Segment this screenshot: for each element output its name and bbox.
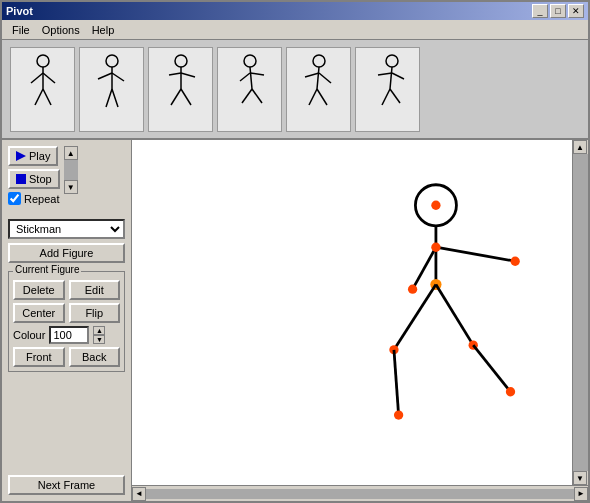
scroll-down-arrow[interactable]: ▼ (64, 180, 78, 194)
edit-button[interactable]: Edit (69, 280, 121, 300)
frame-1[interactable] (10, 47, 75, 132)
joint-left-elbow[interactable] (408, 285, 417, 294)
stickman-right-upper-arm (436, 247, 515, 261)
playback-controls: Play Stop Repeat ▲ (8, 146, 125, 205)
svg-point-0 (37, 55, 49, 67)
scroll-bottom-left[interactable]: ◄ (132, 487, 146, 501)
svg-point-24 (313, 55, 325, 67)
joint-shoulder[interactable] (431, 243, 440, 252)
svg-line-20 (240, 73, 250, 81)
scroll-bottom-track (146, 489, 574, 499)
add-figure-button[interactable]: Add Figure (8, 243, 125, 263)
menu-help[interactable]: Help (86, 22, 121, 38)
center-flip-row: Center Flip (13, 303, 120, 323)
close-button[interactable]: ✕ (568, 4, 584, 18)
scroll-right-up[interactable]: ▲ (573, 140, 587, 154)
svg-point-6 (106, 55, 118, 67)
menu-file[interactable]: File (6, 22, 36, 38)
colour-label: Colour (13, 329, 45, 341)
colour-input[interactable] (49, 326, 89, 344)
repeat-label: Repeat (24, 193, 59, 205)
colour-down[interactable]: ▼ (93, 335, 105, 344)
current-figure-section: Current Figure Delete Edit Center Flip C… (8, 271, 125, 372)
stop-button[interactable]: Stop (8, 169, 60, 189)
svg-point-30 (386, 55, 398, 67)
minimize-button[interactable]: _ (532, 4, 548, 18)
flip-button[interactable]: Flip (69, 303, 121, 323)
joint-right-foot[interactable] (506, 387, 515, 396)
title-bar-buttons: _ □ ✕ (532, 4, 584, 18)
joint-right-elbow[interactable] (511, 257, 520, 266)
svg-line-23 (252, 89, 262, 103)
bottom-scrollbar: ◄ ► (132, 485, 588, 501)
frame-4[interactable] (217, 47, 282, 132)
front-back-row: Front Back (13, 347, 120, 367)
svg-line-8 (98, 73, 112, 79)
play-button[interactable]: Play (8, 146, 58, 166)
right-scrollbar: ▲ ▼ (572, 140, 588, 485)
svg-line-9 (112, 73, 124, 81)
svg-line-4 (35, 89, 43, 105)
svg-line-16 (171, 89, 181, 105)
frame-5[interactable] (286, 47, 351, 132)
menu-bar: File Options Help (2, 20, 588, 40)
svg-line-21 (250, 73, 264, 75)
repeat-row: Repeat (8, 192, 60, 205)
menu-options[interactable]: Options (36, 22, 86, 38)
scroll-bottom-right[interactable]: ► (574, 487, 588, 501)
frame-2[interactable] (79, 47, 144, 132)
joint-head[interactable] (431, 201, 440, 210)
figure-dropdown-row: Stickman (8, 219, 125, 239)
svg-line-22 (242, 89, 252, 103)
svg-line-35 (390, 89, 400, 103)
svg-line-11 (112, 89, 118, 107)
frame-6[interactable] (355, 47, 420, 132)
stickman-canvas (132, 140, 572, 485)
svg-line-26 (305, 73, 319, 77)
frame-3[interactable] (148, 47, 213, 132)
svg-line-3 (43, 73, 55, 83)
joint-left-foot[interactable] (394, 410, 403, 419)
stickman-left-upper-leg (394, 285, 436, 350)
svg-line-34 (382, 89, 390, 105)
front-button[interactable]: Front (13, 347, 65, 367)
canvas-container: ▲ ▼ ◄ ► (132, 140, 588, 501)
scroll-right-down[interactable]: ▼ (573, 471, 587, 485)
scroll-up-arrow[interactable]: ▲ (64, 146, 78, 160)
main-area: Play Stop Repeat ▲ (2, 140, 588, 501)
current-figure-label: Current Figure (13, 264, 81, 275)
delete-edit-row: Delete Edit (13, 280, 120, 300)
svg-line-29 (317, 89, 327, 105)
svg-line-17 (181, 89, 191, 105)
svg-line-15 (181, 73, 195, 77)
sidebar: Play Stop Repeat ▲ (2, 140, 132, 501)
svg-line-32 (378, 73, 392, 75)
svg-line-33 (392, 73, 404, 79)
colour-row: Colour ▲ ▼ (13, 326, 120, 344)
scroll-right-track (573, 154, 588, 471)
repeat-checkbox[interactable] (8, 192, 21, 205)
play-icon (16, 151, 26, 161)
svg-line-25 (317, 67, 319, 89)
back-button[interactable]: Back (69, 347, 121, 367)
svg-line-19 (250, 67, 252, 89)
stickman-right-upper-leg (436, 285, 473, 346)
svg-line-5 (43, 89, 51, 105)
svg-line-10 (106, 89, 112, 107)
svg-line-2 (31, 73, 43, 83)
title-bar: Pivot _ □ ✕ (2, 2, 588, 20)
delete-button[interactable]: Delete (13, 280, 65, 300)
stickman-left-lower-leg (394, 350, 399, 415)
colour-up[interactable]: ▲ (93, 326, 105, 335)
main-window: Pivot _ □ ✕ File Options Help (0, 0, 590, 503)
next-frame-button[interactable]: Next Frame (8, 475, 125, 495)
maximize-button[interactable]: □ (550, 4, 566, 18)
svg-point-18 (244, 55, 256, 67)
svg-point-12 (175, 55, 187, 67)
frames-area (2, 40, 588, 140)
canvas-area[interactable] (132, 140, 572, 485)
figure-select[interactable]: Stickman (8, 219, 125, 239)
svg-line-14 (169, 73, 181, 75)
center-button[interactable]: Center (13, 303, 65, 323)
svg-line-31 (390, 67, 392, 89)
